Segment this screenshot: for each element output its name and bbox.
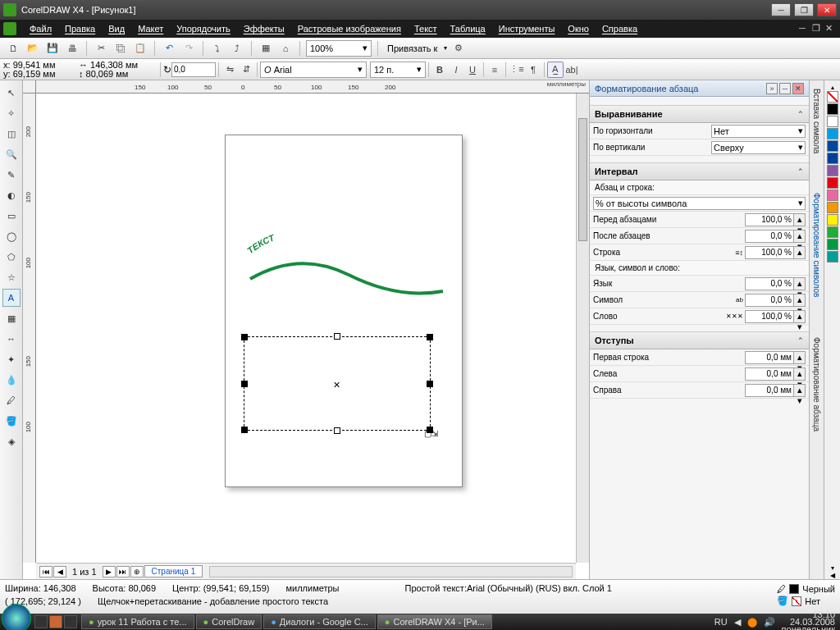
undo-button[interactable]: ↶ — [161, 40, 177, 57]
welcome-button[interactable]: ⌂ — [277, 40, 294, 57]
swatch-none[interactable] — [827, 91, 838, 103]
menu-window[interactable]: Окно — [561, 22, 596, 35]
close-button[interactable]: ✕ — [817, 3, 837, 16]
mdi-restore[interactable]: ❐ — [812, 23, 824, 34]
save-button[interactable]: 💾 — [44, 40, 61, 57]
page-tab[interactable]: Страница 1 — [144, 565, 203, 578]
task-item[interactable]: ●CorelDraw — [196, 614, 262, 629]
swatch[interactable] — [827, 251, 838, 262]
table-tool[interactable]: ▦ — [2, 309, 21, 327]
after-para-input[interactable]: 0,0 % — [745, 230, 794, 243]
tray-icon[interactable]: ◀ — [734, 617, 741, 628]
swatch[interactable] — [827, 239, 838, 250]
left-indent-input[interactable]: 0,0 мм — [745, 368, 794, 381]
docker-collapse-button[interactable]: » — [766, 83, 778, 94]
pick-tool[interactable]: ↖ — [2, 84, 21, 102]
ql-app[interactable] — [64, 615, 77, 628]
align-button[interactable]: ≡ — [486, 62, 503, 78]
next-page-button[interactable]: ▶ — [103, 566, 116, 578]
mirror-v-button[interactable]: ⇵ — [238, 62, 254, 78]
menu-file[interactable]: Файл — [23, 22, 58, 35]
copy-button[interactable]: ⿻ — [112, 40, 129, 57]
menu-text[interactable]: Текст — [408, 22, 444, 35]
interactive-tool[interactable]: ✦ — [2, 350, 21, 368]
line-spacing-input[interactable]: 100,0 % — [745, 246, 794, 259]
spacing-unit-combo[interactable]: % от высоты символа▾ — [593, 197, 806, 210]
minimize-button[interactable]: ─ — [771, 3, 791, 16]
text-frame-selection[interactable]: ✕ ▢⇲ — [244, 336, 431, 431]
swatch[interactable] — [827, 202, 838, 213]
prev-page-button[interactable]: ◀ — [53, 566, 66, 578]
app-launcher-button[interactable]: ▦ — [258, 40, 274, 57]
volume-icon[interactable]: 🔊 — [764, 617, 775, 628]
ql-desktop[interactable] — [34, 615, 48, 628]
menu-help[interactable]: Справка — [596, 22, 644, 35]
add-page-button[interactable]: ⊕ — [130, 566, 144, 578]
swatch[interactable] — [827, 116, 838, 127]
font-size-combo[interactable]: 12 п.▾ — [370, 62, 426, 78]
align-section-head[interactable]: Выравнивание — [595, 109, 663, 119]
first-page-button[interactable]: ⏮ — [39, 566, 52, 578]
zoom-combo[interactable]: 100%▾ — [306, 40, 372, 57]
start-button[interactable] — [2, 604, 31, 630]
ruler-horizontal[interactable]: миллиметры 150 100 50 0 50 100 150 200 — [36, 80, 589, 94]
vertical-scrollbar[interactable] — [576, 94, 589, 563]
artistic-text[interactable]: ТЕКСТ — [242, 205, 447, 328]
bold-button[interactable]: B — [431, 62, 448, 78]
mdi-minimize[interactable]: ─ — [799, 23, 810, 34]
smartfill-tool[interactable]: ◐ — [2, 186, 21, 204]
before-spinner[interactable]: ▴▾ — [794, 213, 806, 226]
import-button[interactable]: ⤵ — [209, 40, 226, 57]
spacing-section-head[interactable]: Интервал — [595, 167, 638, 176]
menu-edit[interactable]: Правка — [58, 22, 102, 35]
dimension-tool[interactable]: ↔ — [2, 330, 21, 348]
export-button[interactable]: ⤴ — [229, 40, 245, 57]
outline-swatch[interactable] — [789, 584, 799, 594]
last-page-button[interactable]: ⏭ — [116, 566, 130, 578]
swatch[interactable] — [827, 177, 838, 189]
char-spacing-input[interactable]: 0,0 % — [745, 294, 794, 307]
new-button[interactable]: 🗋 — [5, 40, 21, 57]
outline-tool[interactable]: 🖊 — [2, 391, 21, 409]
palette-flyout-button[interactable]: ◀ — [830, 572, 835, 579]
vtab-insert-char[interactable]: Вставка символа — [811, 85, 822, 157]
freehand-tool[interactable]: ✎ — [2, 166, 21, 184]
swatch[interactable] — [827, 189, 838, 201]
menu-layout[interactable]: Макет — [131, 22, 170, 35]
task-item[interactable]: ●Диалоги - Google C... — [263, 614, 376, 629]
crop-tool[interactable]: ◫ — [2, 125, 21, 143]
palette-down-button[interactable]: ▾ — [831, 564, 834, 572]
menu-effects[interactable]: Эффекты — [237, 22, 291, 35]
swatch[interactable] — [827, 165, 838, 176]
docker-minimize-button[interactable]: ─ — [779, 83, 791, 94]
vert-align-combo[interactable]: Сверху▾ — [711, 141, 806, 154]
clock[interactable]: 13:10 24.03.2008 понедельник — [782, 611, 835, 631]
snap-label[interactable]: Привязать к — [384, 43, 441, 53]
char-format-button[interactable]: A̲ — [547, 62, 564, 78]
zoom-tool[interactable]: 🔍 — [2, 145, 21, 163]
options-button[interactable]: ⚙ — [450, 40, 467, 57]
menu-view[interactable]: Вид — [102, 22, 131, 35]
italic-button[interactable]: I — [448, 62, 464, 78]
docker-close-button[interactable]: ✕ — [792, 83, 804, 94]
vtab-para-format[interactable]: Форматирование абзаца — [811, 334, 822, 435]
basic-shapes-tool[interactable]: ☆ — [2, 268, 21, 286]
menu-arrange[interactable]: Упорядочить — [170, 22, 236, 35]
horizontal-scrollbar[interactable] — [209, 566, 573, 578]
right-indent-input[interactable]: 0,0 мм — [745, 384, 794, 397]
fill-swatch[interactable] — [792, 596, 801, 606]
swatch[interactable] — [827, 214, 838, 226]
text-tool[interactable]: A — [2, 289, 21, 307]
rectangle-tool[interactable]: ▭ — [2, 207, 21, 225]
swatch[interactable] — [827, 226, 838, 238]
edit-text-button[interactable]: ab| — [564, 62, 580, 78]
vtab-char-format[interactable]: Форматирование символов — [811, 189, 822, 300]
task-item[interactable]: ●урок 11 Работа с те... — [81, 614, 194, 629]
ruler-vertical[interactable]: 200 150 100 150 100 — [23, 94, 36, 563]
redo-button[interactable]: ↷ — [180, 40, 197, 57]
interactive-fill-tool[interactable]: ◈ — [2, 432, 21, 450]
font-combo[interactable]: O Arial▾ — [260, 62, 367, 78]
menu-table[interactable]: Таблица — [444, 22, 492, 35]
shape-tool[interactable]: ✧ — [2, 104, 21, 122]
language-indicator[interactable]: RU — [714, 617, 728, 627]
